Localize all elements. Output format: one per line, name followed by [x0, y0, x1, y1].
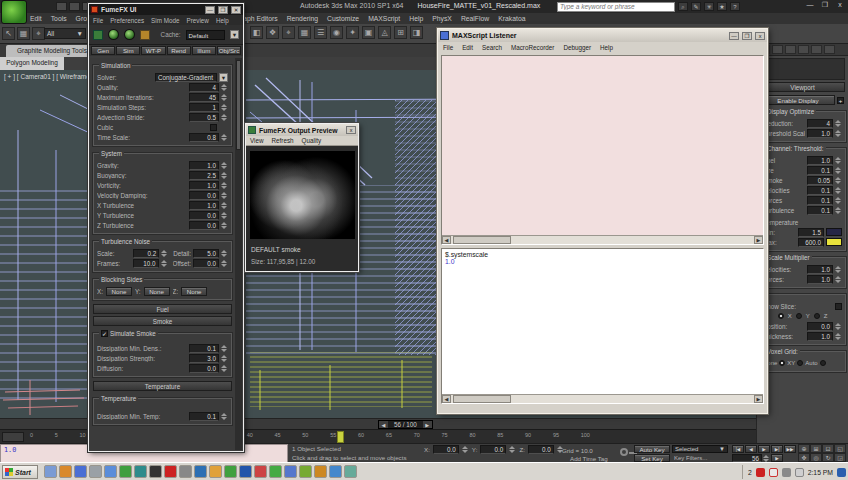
menu-item[interactable]: Search	[482, 44, 502, 51]
menu-item[interactable]: File	[443, 44, 453, 51]
horizontal-scrollbar[interactable]: ◀ ▶	[442, 235, 763, 244]
flag-icon[interactable]	[756, 468, 765, 477]
toolbar-icon[interactable]: ▦	[17, 27, 30, 40]
scroll-right-icon[interactable]: ▶	[754, 236, 763, 244]
value-field[interactable]: 0.0	[189, 211, 219, 220]
menu-item[interactable]: Sim Mode	[151, 17, 179, 24]
spinner[interactable]	[221, 364, 228, 373]
taskbar-app-icon[interactable]	[239, 465, 252, 478]
toolbar-icon[interactable]: ⌖	[282, 26, 295, 39]
viewport-nav-icon[interactable]: ◱	[834, 444, 846, 453]
search-input[interactable]	[557, 2, 675, 12]
menu-item[interactable]: Preferences	[110, 17, 144, 24]
taskbar-app-icon[interactable]	[179, 465, 192, 478]
open-icon[interactable]	[69, 2, 80, 11]
new-icon[interactable]	[56, 2, 67, 11]
taskbar-app-icon[interactable]	[74, 465, 87, 478]
taskbar-app-icon[interactable]	[209, 465, 222, 478]
spinner[interactable]	[221, 354, 228, 363]
value-field[interactable]: 0.05	[807, 176, 833, 185]
playback-icon[interactable]: ▶▶	[784, 445, 796, 453]
spinner[interactable]	[221, 103, 228, 112]
grid-xy-radio[interactable]	[797, 360, 803, 366]
spinner[interactable]	[835, 196, 842, 205]
fumefx-tab[interactable]: Sim	[116, 46, 140, 55]
value-field[interactable]: 4	[807, 119, 833, 128]
value-field[interactable]: 0.1	[807, 166, 833, 175]
tab-display[interactable]	[811, 45, 822, 54]
slice-axis-z-radio[interactable]	[814, 313, 820, 319]
rollout-smoke[interactable]: Smoke	[93, 316, 232, 326]
mini-curve-editor-icon[interactable]	[2, 432, 24, 442]
value-field[interactable]: 0.5	[189, 113, 219, 122]
taskbar-app-icon[interactable]	[89, 465, 102, 478]
preview-titlebar[interactable]: FumeFX Output Preview x	[246, 124, 358, 136]
cache-icon[interactable]	[140, 30, 150, 40]
menu-item[interactable]: Preview	[186, 17, 208, 24]
taskbar-app-icon[interactable]	[344, 465, 357, 478]
value-field[interactable]: 0.0	[189, 221, 219, 230]
spinner[interactable]	[221, 221, 228, 230]
spinner[interactable]	[221, 161, 228, 170]
menu-item[interactable]: Help	[216, 17, 229, 24]
blocking-z-button[interactable]: None	[181, 287, 207, 296]
pause-simulation-button[interactable]	[124, 29, 135, 40]
tab-hierarchy[interactable]	[785, 45, 796, 54]
value-field[interactable]: 4	[189, 83, 219, 92]
time-slider-handle[interactable]: ◀ 56 / 100 ▶	[378, 420, 433, 429]
selection-filter-dropdown[interactable]: All▼	[44, 28, 86, 39]
spinner[interactable]	[221, 113, 228, 122]
scrollbar-thumb[interactable]	[236, 60, 241, 150]
cubic-checkbox[interactable]	[210, 124, 217, 131]
value-field[interactable]: 2.5	[189, 171, 219, 180]
value-field[interactable]: 0.0	[189, 191, 219, 200]
tab-graphite-modeling-tools[interactable]: Graphite Modeling Tools	[6, 45, 98, 57]
value-field[interactable]: 0.0	[189, 364, 219, 373]
spinner[interactable]	[221, 201, 228, 210]
taskbar-app-icon[interactable]	[284, 465, 297, 478]
frame-back-icon[interactable]: ◀	[379, 421, 388, 428]
current-frame-marker[interactable]	[337, 431, 344, 443]
menu-item[interactable]: View	[250, 137, 264, 144]
enable-display-checkbox[interactable]: +	[837, 97, 844, 104]
taskbar-app-icon[interactable]	[299, 465, 312, 478]
viewport-nav-icon[interactable]: ◲	[834, 453, 846, 462]
spinner[interactable]	[835, 176, 842, 185]
taskbar-app-icon[interactable]	[329, 465, 342, 478]
max-application-button[interactable]	[1, 0, 27, 24]
spinner[interactable]	[221, 83, 228, 92]
menu-item[interactable]: Refresh	[272, 137, 294, 144]
detail-field[interactable]: 5.0	[193, 249, 219, 258]
menu-item[interactable]: Rendering	[287, 15, 318, 22]
auto-key-button[interactable]: Auto Key	[634, 445, 670, 453]
listener-output-pane[interactable]: $.systemscale 1.0 ◀ ▶	[441, 248, 764, 404]
tab-polygon-modeling[interactable]: Polygon Modeling	[0, 57, 64, 70]
taskbar-app-icon[interactable]	[164, 465, 177, 478]
menu-item[interactable]: Tools	[51, 15, 67, 22]
viewport-nav-icon[interactable]: ✥	[798, 453, 810, 462]
toolbar-icon[interactable]: ◧	[250, 26, 263, 39]
taskbar-app-icon[interactable]	[224, 465, 237, 478]
taskbar-app-icon[interactable]	[269, 465, 282, 478]
spinner[interactable]	[221, 93, 228, 102]
spinner[interactable]	[835, 332, 842, 341]
fumefx-tab[interactable]: Rend	[167, 46, 191, 55]
spinner[interactable]	[161, 259, 168, 268]
selection-set-dropdown[interactable]: Selected▼	[672, 445, 728, 453]
spinner[interactable]	[221, 171, 228, 180]
tab-motion[interactable]	[798, 45, 809, 54]
minimize-button[interactable]: —	[729, 32, 739, 40]
spinner[interactable]	[835, 129, 842, 138]
toolbar-icon[interactable]: ✦	[346, 26, 359, 39]
fumefx-tab[interactable]: Obj/Src	[217, 46, 241, 55]
scroll-left-icon[interactable]: ◀	[442, 395, 451, 403]
menu-item[interactable]: Quality	[302, 137, 322, 144]
fumefx-scrollbar[interactable]	[235, 58, 242, 450]
scrollbar-thumb[interactable]	[453, 395, 511, 403]
taskbar-app-icon[interactable]	[149, 465, 162, 478]
spinner[interactable]	[835, 265, 842, 274]
communication-icon[interactable]: ✳	[704, 2, 714, 11]
value-field[interactable]: 45	[189, 93, 219, 102]
slice-axis-x-radio[interactable]	[778, 313, 784, 319]
viewport-label[interactable]: [ + ] [ Camera01 ] [ Wireframe ]	[4, 73, 93, 80]
